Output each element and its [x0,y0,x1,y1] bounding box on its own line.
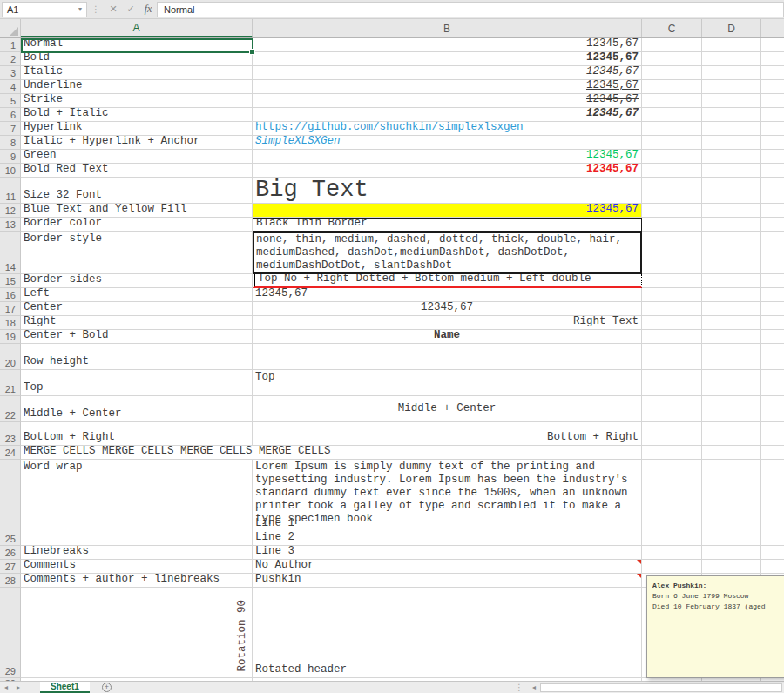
row-number-18[interactable]: 18 [0,316,21,330]
cancel-icon[interactable]: ✕ [105,3,122,15]
cells-CDE-23[interactable] [642,422,784,446]
cell-B15[interactable]: Top No + Right Dotted + Bottom medium + … [253,274,642,288]
cell-B29[interactable]: Rotated header [253,588,642,678]
cells-CDE-27[interactable] [642,560,784,574]
row-number-7[interactable]: 7 [0,122,21,136]
cell-B17[interactable]: 12345,67 [253,302,642,316]
cells-CDE-17[interactable] [642,302,784,316]
tab-splitter-dots-icon[interactable]: ⋮ [510,683,528,692]
cells-CDE-22[interactable] [642,396,784,422]
enter-icon[interactable]: ✓ [122,3,139,15]
select-all-button[interactable] [0,19,21,37]
row-number-5[interactable]: 5 [0,94,21,108]
cell-A4[interactable]: Underline [21,80,253,94]
cell-A28[interactable]: Comments + author + linebreaks [21,574,253,588]
cell-B28[interactable]: Pushkin [253,574,642,588]
row-number-25[interactable]: 25 [0,460,21,546]
cell-B2[interactable]: 12345,67 [253,52,642,66]
row-number-24[interactable]: 24 [0,446,21,460]
cell-A11[interactable]: Size 32 Font [21,178,253,204]
row-number-17[interactable]: 17 [0,302,21,316]
cell-A7[interactable]: Hyperlink [21,122,253,136]
cell-B14[interactable]: none, thin, medium, dashed, dotted, thic… [253,232,642,274]
row-number-4[interactable]: 4 [0,80,21,94]
row-number-20[interactable]: 20 [0,344,21,370]
cell-A10[interactable]: Bold Red Text [21,164,253,178]
cells-CDE-7[interactable] [642,122,784,136]
add-sheet-button[interactable]: + [102,683,112,692]
row-number-15[interactable]: 15 [0,274,21,288]
row-number-1[interactable]: 1 [0,38,21,52]
cell-A8[interactable]: Italic + Hyperlink + Anchor [21,136,253,150]
column-header-C[interactable]: C [642,19,702,37]
cells-CDE-24[interactable] [642,446,784,460]
cells-CDE-26[interactable] [642,546,784,560]
row-number-22[interactable]: 22 [0,396,21,422]
cell-B10[interactable]: 12345,67 [253,164,642,178]
cell-B5[interactable]: 12345,67 [253,94,642,108]
row-number-6[interactable]: 6 [0,108,21,122]
cell-A20[interactable]: Row height [21,344,253,370]
row-number-3[interactable]: 3 [0,66,21,80]
cell-B9[interactable]: 12345,67 [253,150,642,164]
cell-A14[interactable]: Border style [21,232,253,274]
row-number-29[interactable]: 29 [0,588,21,678]
cell-A5[interactable]: Strike [21,94,253,108]
cell-A6[interactable]: Bold + Italic [21,108,253,122]
cell-A17[interactable]: Center [21,302,253,316]
row-number-10[interactable]: 10 [0,164,21,178]
row-number-12[interactable]: 12 [0,204,21,218]
cell-A26[interactable]: Linebreaks [21,546,253,560]
row-number-16[interactable]: 16 [0,288,21,302]
cell-B22[interactable]: Middle + Center [253,396,642,422]
cell-A1[interactable]: Normal [21,38,253,52]
cells-CDE-11[interactable] [642,178,784,204]
cells-CDE-15[interactable] [642,274,784,288]
cell-B6[interactable]: 12345,67 [253,108,642,122]
cell-B23[interactable]: Bottom + Right [253,422,642,446]
cell-A22[interactable]: Middle + Center [21,396,253,422]
cell-A12[interactable]: Blue Text and Yellow Fill [21,204,253,218]
sheet-nav-right-icon[interactable]: ▸ [12,683,24,691]
column-header-B[interactable]: B [253,19,642,37]
cell-B12[interactable]: 12345,67 [253,204,642,218]
cell-B19[interactable]: Name [253,330,642,344]
row-number-13[interactable]: 13 [0,218,21,232]
cell-B18[interactable]: Right Text [253,316,642,330]
cell-B21[interactable]: Top [253,370,642,396]
cell-B30[interactable] [253,678,642,681]
row-number-9[interactable]: 9 [0,150,21,164]
cell-B27[interactable]: No Author [253,560,642,574]
cells-CDE-10[interactable] [642,164,784,178]
cell-A2[interactable]: Bold [21,52,253,66]
cells-CDE-19[interactable] [642,330,784,344]
cell-B13[interactable]: Black Thin Border [253,218,642,232]
cell-B25[interactable]: Lorem Ipsum is simply dummy text of the … [253,460,642,546]
cell-A9[interactable]: Green [21,150,253,164]
hyperlink-anchor-simplexlsxgen[interactable]: SimpleXLSXGen [255,136,341,148]
row-number-23[interactable]: 23 [0,422,21,446]
cells-CDE-2[interactable] [642,52,784,66]
cells-CDE-14[interactable] [642,232,784,274]
sheet-nav-left-icon[interactable]: ◂ [0,683,12,691]
cell-A16[interactable]: Left [21,288,253,302]
row-number-27[interactable]: 27 [0,560,21,574]
cells-CDE-4[interactable] [642,80,784,94]
cells-CDE-12[interactable] [642,204,784,218]
cell-B1[interactable]: 12345,67 [253,38,642,52]
row-number-26[interactable]: 26 [0,546,21,560]
formula-input[interactable]: Normal [157,2,784,17]
name-box[interactable]: A1 ▾ [2,2,87,17]
column-header-E-partial[interactable] [761,19,784,37]
scrollbar-thumb[interactable] [540,683,782,692]
cell-A19[interactable]: Center + Bold [21,330,253,344]
insert-function-icon[interactable]: fx [139,3,157,16]
row-number-14[interactable]: 14 [0,232,21,274]
cells-CDE-1[interactable] [642,38,784,52]
name-box-caret-icon[interactable]: ▾ [78,5,82,13]
row-number-28[interactable]: 28 [0,574,21,588]
cell-B3[interactable]: 12345,67 [253,66,642,80]
cells-CDE-21[interactable] [642,370,784,396]
scroll-left-icon[interactable]: ◂ [528,683,540,691]
cells-CDE-3[interactable] [642,66,784,80]
